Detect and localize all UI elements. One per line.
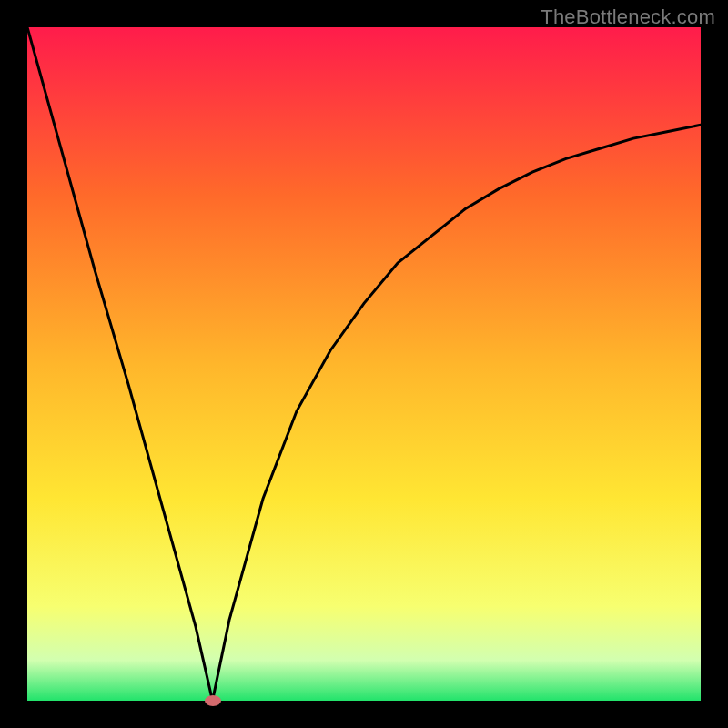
bottleneck-chart bbox=[27, 27, 701, 701]
chart-stage: TheBottleneck.com bbox=[0, 0, 728, 728]
minimum-marker bbox=[205, 695, 221, 706]
gradient-background bbox=[27, 27, 701, 701]
attribution-text: TheBottleneck.com bbox=[541, 5, 715, 29]
